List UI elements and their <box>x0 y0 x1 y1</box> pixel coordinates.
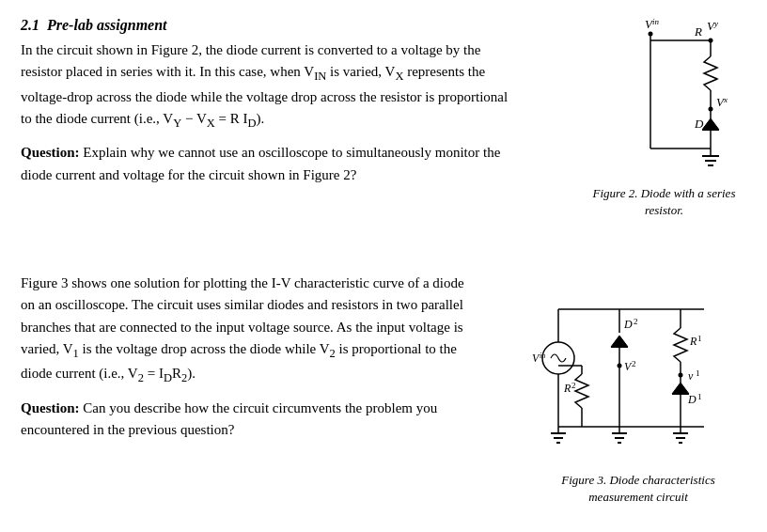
question2-text: Can you describe how the circuit circumv… <box>21 400 437 437</box>
svg-point-5 <box>649 32 653 37</box>
svg-text:D: D <box>687 393 697 406</box>
svg-text:2: 2 <box>571 381 576 390</box>
question1-label: Question: <box>21 145 80 160</box>
page: 2.1 Pre-lab assignment In the circuit sh… <box>0 0 767 532</box>
figure2-svg: V in V y R V x <box>596 17 732 181</box>
svg-text:1: 1 <box>696 368 700 378</box>
svg-marker-61 <box>672 383 689 394</box>
svg-text:v: v <box>688 369 694 383</box>
svg-text:R: R <box>689 335 697 348</box>
svg-marker-15 <box>702 118 719 130</box>
svg-text:x: x <box>723 95 728 104</box>
svg-text:1: 1 <box>697 334 702 343</box>
paragraph2: Figure 3 shows one solution for plotting… <box>21 273 481 388</box>
svg-text:y: y <box>713 19 718 28</box>
figure3-svg: V in D 2 V 2 <box>530 281 732 464</box>
section-heading: Pre-lab assignment <box>47 17 167 33</box>
svg-text:in: in <box>652 17 660 26</box>
svg-marker-40 <box>611 336 628 347</box>
question1-text: Explain why we cannot use an oscilloscop… <box>21 145 500 181</box>
figure3-container: V in D 2 V 2 <box>530 281 746 506</box>
question2-label: Question: <box>21 400 80 415</box>
svg-text:in: in <box>540 352 545 360</box>
svg-text:R: R <box>694 24 702 39</box>
figure2-container: V in V y R V x <box>582 17 746 219</box>
svg-text:1: 1 <box>697 392 702 401</box>
section-number: 2.1 <box>21 17 39 33</box>
svg-text:2: 2 <box>634 317 638 326</box>
question1-block: Question: Explain why we cannot use an o… <box>21 142 519 186</box>
figure3-caption: Figure 3. Diode characteristics measurem… <box>530 472 746 506</box>
paragraph1: In the circuit shown in Figure 2, the di… <box>21 39 519 133</box>
svg-text:2: 2 <box>632 359 636 368</box>
question2-block: Question: Can you describe how the circu… <box>21 398 481 442</box>
svg-text:R: R <box>563 382 571 395</box>
figure2-caption: Figure 2. Diode with a series resistor. <box>582 185 746 219</box>
svg-text:D: D <box>623 318 633 331</box>
